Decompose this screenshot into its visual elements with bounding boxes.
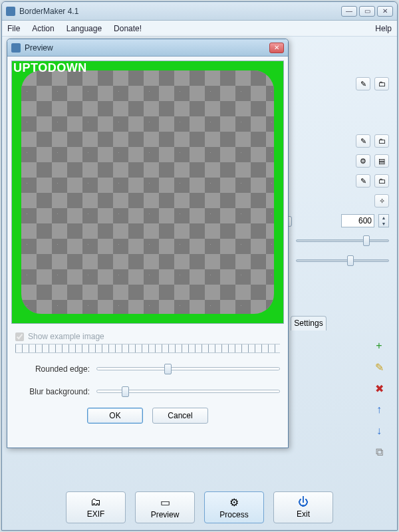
gear-icon[interactable]: ⚙ bbox=[356, 154, 370, 168]
preview-label: Preview bbox=[151, 510, 180, 519]
titlebar: BorderMaker 4.1 — ▭ ✕ bbox=[2, 2, 397, 21]
edit-icon[interactable]: ✎ bbox=[356, 174, 370, 188]
dialog-close-button[interactable]: ✕ bbox=[269, 43, 284, 53]
maximize-button[interactable]: ▭ bbox=[359, 6, 375, 17]
slider-2[interactable] bbox=[296, 255, 389, 267]
blur-background-label: Blur background: bbox=[15, 387, 90, 396]
preview-canvas: UPTODOWN bbox=[11, 61, 284, 324]
exit-icon: ⏻ bbox=[298, 496, 309, 508]
folder-icon[interactable]: 🗀 bbox=[374, 134, 389, 148]
ok-button[interactable]: OK bbox=[87, 408, 143, 424]
process-icon: ⚙ bbox=[229, 496, 239, 509]
cancel-button[interactable]: Cancel bbox=[152, 408, 208, 424]
preview-dialog: Preview ✕ UPTODOWN Show example image Ro… bbox=[7, 39, 289, 448]
rounded-edge-label: Rounded edge: bbox=[15, 364, 90, 374]
menubar: File Action Language Donate! Help bbox=[2, 21, 397, 37]
menu-file[interactable]: File bbox=[7, 24, 20, 33]
blur-background-slider[interactable] bbox=[96, 385, 280, 398]
show-example-label: Show example image bbox=[28, 332, 104, 341]
exit-label: Exit bbox=[297, 509, 310, 519]
copy-icon[interactable]: ⧉ bbox=[372, 445, 386, 460]
folder-icon[interactable]: 🗀 bbox=[374, 174, 389, 188]
menu-action[interactable]: Action bbox=[32, 24, 54, 33]
action-icon-column: + ✎ ✖ ↑ ↓ ⧉ bbox=[372, 338, 386, 460]
dialog-titlebar: Preview ✕ bbox=[7, 39, 288, 57]
size-spinner[interactable]: ▲▼ bbox=[378, 214, 389, 227]
transparency-checker bbox=[21, 70, 274, 314]
folder-icon[interactable]: 🗀 bbox=[374, 77, 389, 90]
process-label: Process bbox=[219, 510, 248, 519]
wand-icon[interactable]: ✧ bbox=[374, 194, 389, 207]
arrow-down-icon[interactable]: ↓ bbox=[372, 424, 386, 438]
ruler bbox=[15, 344, 280, 353]
dialog-title: Preview bbox=[25, 43, 53, 53]
app-title: BorderMaker 4.1 bbox=[19, 7, 341, 16]
list-icon[interactable]: ▤ bbox=[374, 154, 389, 168]
bottom-toolbar: 🗂EXIF ▭Preview ⚙Process ⏻Exit bbox=[2, 491, 397, 523]
process-button[interactable]: ⚙Process bbox=[204, 491, 264, 523]
pencil-icon[interactable]: ✎ bbox=[372, 360, 386, 374]
edit-icon[interactable]: ✎ bbox=[356, 77, 370, 90]
watermark-text: UPTODOWN bbox=[13, 61, 87, 75]
border-frame: UPTODOWN bbox=[12, 61, 283, 323]
close-button[interactable]: ✕ bbox=[377, 6, 393, 17]
preview-icon: ▭ bbox=[160, 496, 170, 509]
exif-icon: 🗂 bbox=[90, 496, 101, 508]
rounded-inner bbox=[21, 70, 274, 314]
add-icon[interactable]: + bbox=[372, 338, 386, 353]
rounded-edge-slider[interactable] bbox=[96, 362, 280, 376]
delete-icon[interactable]: ✖ bbox=[372, 381, 386, 396]
show-example-input[interactable] bbox=[15, 332, 24, 341]
edit-icon[interactable]: ✎ bbox=[356, 134, 370, 148]
menu-donate[interactable]: Donate! bbox=[114, 24, 142, 33]
exif-label: EXIF bbox=[87, 509, 105, 519]
exif-button[interactable]: 🗂EXIF bbox=[66, 491, 126, 523]
slider-1[interactable] bbox=[296, 235, 389, 247]
show-example-checkbox[interactable]: Show example image bbox=[15, 332, 280, 341]
menu-language[interactable]: Language bbox=[66, 24, 102, 33]
dialog-icon bbox=[11, 43, 21, 53]
spin-down-icon[interactable]: ▼ bbox=[379, 221, 388, 227]
menu-help[interactable]: Help bbox=[375, 24, 392, 33]
minimize-button[interactable]: — bbox=[341, 6, 357, 17]
arrow-up-icon[interactable]: ↑ bbox=[372, 402, 386, 417]
size-input[interactable] bbox=[341, 214, 374, 227]
preview-button[interactable]: ▭Preview bbox=[135, 491, 195, 523]
exit-button[interactable]: ⏻Exit bbox=[273, 491, 333, 523]
app-icon bbox=[6, 7, 15, 16]
spin-up-icon[interactable]: ▲ bbox=[379, 215, 388, 221]
tab-settings[interactable]: Settings bbox=[291, 316, 327, 331]
